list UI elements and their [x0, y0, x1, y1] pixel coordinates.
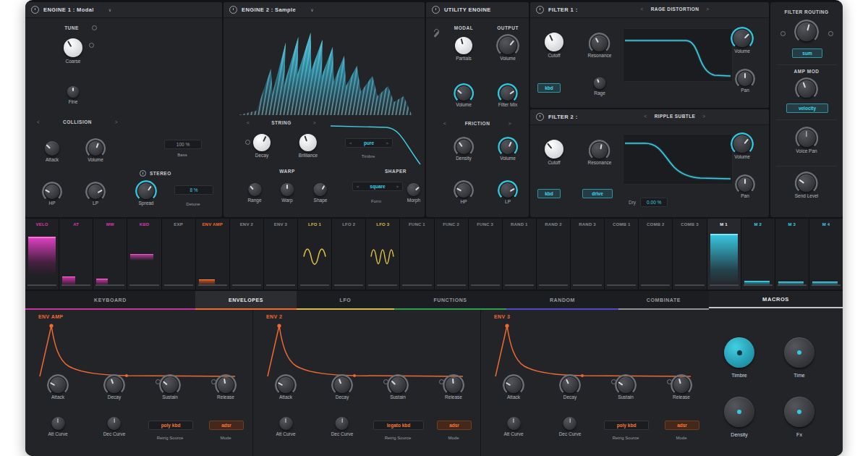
- filter2-resonance-dial[interactable]: [592, 143, 608, 159]
- power-icon[interactable]: [31, 6, 39, 14]
- filter2-pan-dial[interactable]: [738, 177, 752, 192]
- power-icon[interactable]: [229, 6, 237, 14]
- att-curve-dial[interactable]: [51, 417, 64, 430]
- env-sustain-dial[interactable]: [618, 377, 634, 393]
- env-sustain-dial[interactable]: [162, 377, 178, 393]
- next-arrow[interactable]: >: [706, 7, 709, 12]
- chevron-down-icon[interactable]: ∨: [109, 7, 111, 12]
- att-curve-dial[interactable]: [279, 417, 292, 430]
- power-icon[interactable]: [536, 6, 544, 14]
- friction-section-header[interactable]: < FRICTION >: [443, 121, 511, 126]
- next-arrow[interactable]: >: [509, 121, 511, 126]
- macro-density-dial[interactable]: [724, 397, 754, 427]
- lp-dial[interactable]: [501, 183, 515, 198]
- env-sustain-dial[interactable]: [390, 377, 406, 393]
- collision-attack-dial[interactable]: [45, 141, 59, 156]
- tab-envelopes[interactable]: ENVELOPES: [195, 291, 297, 310]
- filter2-preset-selector[interactable]: < RIPPLE SUBTLE >: [617, 114, 733, 119]
- macro-timbre-dial[interactable]: [724, 337, 754, 368]
- prev-arrow[interactable]: <: [644, 114, 647, 119]
- mode-button[interactable]: adsr: [437, 421, 472, 430]
- mod-slot-exp[interactable]: EXP: [162, 219, 195, 290]
- mod-slot-mw[interactable]: MW: [93, 219, 127, 290]
- next-arrow[interactable]: >: [396, 185, 399, 189]
- routing-dial[interactable]: [797, 22, 816, 41]
- mode-button[interactable]: adsr: [665, 421, 699, 430]
- morph-dial[interactable]: [407, 183, 420, 196]
- filter1-rage-dial[interactable]: [594, 77, 605, 89]
- filter2-drive-button[interactable]: drive: [582, 189, 613, 198]
- power-icon[interactable]: [432, 6, 440, 14]
- chevron-down-icon[interactable]: ∨: [310, 7, 313, 12]
- mod-slot-at[interactable]: AT: [59, 219, 93, 290]
- form-selector[interactable]: < square >: [352, 182, 403, 191]
- adsr-curve-display[interactable]: [262, 320, 472, 381]
- adsr-curve-display[interactable]: [34, 320, 244, 381]
- att-curve-dial[interactable]: [507, 417, 520, 430]
- mod-indicator-dot[interactable]: [89, 43, 94, 48]
- tab-keyboard[interactable]: KEYBOARD: [25, 291, 195, 310]
- env-decay-dial[interactable]: [106, 377, 122, 393]
- utility-volume-dial[interactable]: [499, 37, 516, 54]
- mod-slot-lfo2[interactable]: LFO 2: [332, 219, 365, 290]
- collision-volume-dial[interactable]: [88, 141, 103, 156]
- mod-slot-comb2[interactable]: COMB 2: [639, 219, 672, 290]
- friction-volume-dial[interactable]: [501, 140, 515, 154]
- partials-dial[interactable]: [455, 37, 472, 54]
- next-arrow[interactable]: >: [115, 119, 118, 124]
- adsr-curve-display[interactable]: [490, 320, 699, 381]
- power-icon[interactable]: [536, 113, 544, 121]
- amp-mod-source-button[interactable]: velocity: [786, 104, 828, 113]
- env-release-dial[interactable]: [673, 377, 689, 393]
- friction-density-dial[interactable]: [456, 140, 471, 154]
- filter1-curve-display[interactable]: [623, 28, 733, 82]
- collision-section-header[interactable]: < COLLISION >: [37, 119, 118, 124]
- mod-indicator-dot[interactable]: [92, 25, 97, 30]
- env-attack-dial[interactable]: [278, 377, 294, 393]
- dec-curve-dial[interactable]: [336, 417, 349, 430]
- mod-slot-lfo1[interactable]: LFO 1: [298, 219, 331, 290]
- mod-slot-func3[interactable]: FUNC 3: [469, 219, 502, 290]
- env-release-dial[interactable]: [446, 377, 461, 393]
- power-icon[interactable]: [140, 170, 146, 177]
- prev-arrow[interactable]: <: [443, 121, 446, 126]
- mod-slot-m2[interactable]: M 2: [741, 219, 775, 290]
- mod-slot-func1[interactable]: FUNC 1: [400, 219, 433, 290]
- warp-dial[interactable]: [281, 183, 294, 196]
- filter1-volume-dial[interactable]: [733, 30, 751, 47]
- collision-lp-dial[interactable]: [88, 185, 103, 199]
- filter1-kbd-button[interactable]: kbd: [537, 83, 561, 93]
- bass-value[interactable]: 100 %: [164, 140, 202, 149]
- retrig-source-button[interactable]: poly kbd: [604, 421, 649, 430]
- amp-mod-dial[interactable]: [798, 80, 815, 98]
- dry-value[interactable]: 0.00 %: [640, 198, 668, 207]
- mod-slot-m1[interactable]: M 1: [707, 219, 741, 290]
- mod-slot-kbd[interactable]: KBD: [127, 219, 161, 290]
- mode-button[interactable]: adsr: [209, 421, 244, 430]
- mod-slot-rand1[interactable]: RAND 1: [503, 219, 536, 290]
- filter1-cutoff-dial[interactable]: [545, 33, 563, 51]
- macro-fx-dial[interactable]: [784, 397, 814, 427]
- prev-arrow[interactable]: <: [641, 7, 644, 12]
- routing-sum-button[interactable]: sum: [792, 48, 822, 58]
- mod-slot-m4[interactable]: M 4: [809, 219, 843, 290]
- filter1-preset-selector[interactable]: < RAGE DISTORTION >: [617, 7, 733, 12]
- mod-slot-velo[interactable]: VELO: [25, 219, 59, 290]
- wrench-icon[interactable]: [432, 30, 441, 38]
- env-decay-dial[interactable]: [334, 377, 350, 393]
- filter1-resonance-dial[interactable]: [592, 35, 608, 51]
- brilliance-dial[interactable]: [299, 134, 317, 151]
- filter-mix-dial[interactable]: [501, 86, 515, 101]
- tab-functions[interactable]: FUNCTIONS: [394, 291, 506, 310]
- collision-hp-dial[interactable]: [45, 185, 59, 199]
- tab-combinate[interactable]: COMBINATE: [618, 291, 709, 310]
- spread-dial[interactable]: [138, 183, 154, 199]
- env-attack-dial[interactable]: [50, 377, 66, 393]
- detune-value[interactable]: 8 %: [174, 185, 213, 195]
- filter2-cutoff-dial[interactable]: [545, 140, 563, 159]
- next-arrow[interactable]: >: [313, 120, 316, 125]
- prev-arrow[interactable]: <: [37, 119, 40, 124]
- dec-curve-dial[interactable]: [108, 417, 121, 430]
- next-arrow[interactable]: >: [386, 141, 388, 145]
- tab-lfo[interactable]: LFO: [297, 291, 394, 310]
